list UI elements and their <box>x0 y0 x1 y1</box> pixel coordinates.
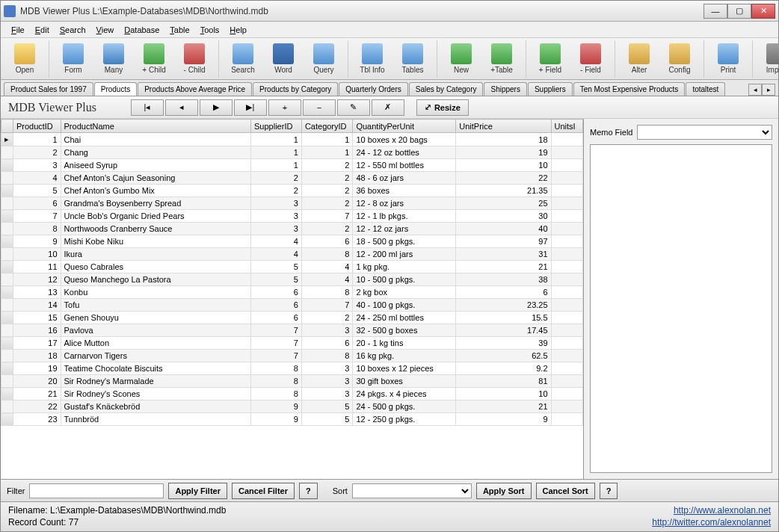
apply-filter-button[interactable]: Apply Filter <box>168 483 227 499</box>
menu-view[interactable]: View <box>92 24 119 36</box>
tool-new-button[interactable]: New <box>442 40 481 78</box>
tab-products-above-average-price[interactable]: Products Above Average Price <box>138 82 252 96</box>
search-icon <box>233 43 253 64</box>
col-supplierid[interactable]: SupplierID <box>251 120 302 133</box>
tool-many-button[interactable]: Many <box>94 40 133 78</box>
filter-help-button[interactable]: ? <box>299 483 318 499</box>
tool-mfield-button[interactable]: - Field <box>571 40 610 78</box>
table-row[interactable]: 19Teatime Chocolate Biscuits8310 boxes x… <box>1 362 583 375</box>
table-row[interactable]: 2Chang1124 - 12 oz bottles19 <box>1 146 583 159</box>
filter-input[interactable] <box>29 483 164 498</box>
nav-next-button[interactable]: ▶ <box>200 99 233 116</box>
table-row[interactable]: 18Carnarvon Tigers7816 kg pkg.62.5 <box>1 350 583 362</box>
menu-search[interactable]: Search <box>55 24 90 36</box>
tab-sales-by-category[interactable]: Sales by Category <box>409 82 484 96</box>
menubar: FileEditSearchViewDatabaseTableToolsHelp <box>1 22 778 38</box>
tab-scroll-right[interactable]: ▸ <box>762 84 775 96</box>
nav-cancel-button[interactable]: ✗ <box>372 99 404 116</box>
table-row[interactable]: 8Northwoods Cranberry Sauce3212 - 12 oz … <box>1 223 583 235</box>
nav-edit-button[interactable]: ✎ <box>337 99 370 116</box>
cancel-sort-button[interactable]: Cancel Sort <box>536 483 595 499</box>
table-row[interactable]: ▸1Chai1110 boxes x 20 bags18 <box>1 133 583 146</box>
tool-tblinfo-button[interactable]: Tbl Info <box>353 40 392 78</box>
memo-field-select[interactable] <box>637 125 772 140</box>
table-row[interactable]: 5Chef Anton's Gumbo Mix2236 boxes21.35 <box>1 185 583 197</box>
tool-tables-button[interactable]: Tables <box>393 40 432 78</box>
table-row[interactable]: 14Tofu6740 - 100 g pkgs.23.25 <box>1 299 583 312</box>
menu-tools[interactable]: Tools <box>196 24 224 36</box>
memo-textarea[interactable] <box>590 144 772 473</box>
tool-query-button[interactable]: Query <box>304 40 343 78</box>
cancel-filter-button[interactable]: Cancel Filter <box>232 483 295 499</box>
table-row[interactable]: 22Gustaf's Knäckebröd9524 - 500 g pkgs.2… <box>1 400 583 413</box>
table-row[interactable]: 23Tunnbröd9512 - 250 g pkgs.9 <box>1 413 583 426</box>
col-categoryid[interactable]: CategoryID <box>301 120 353 133</box>
col-productid[interactable]: ProductID <box>13 120 61 133</box>
website-link[interactable]: http://www.alexnolan.net <box>652 505 771 516</box>
tool-form-button[interactable]: Form <box>54 40 93 78</box>
tool-open-button[interactable]: Open <box>5 40 44 78</box>
nav-add-button[interactable]: + <box>268 99 301 116</box>
table-row[interactable]: 12Queso Manchego La Pastora5410 - 500 g … <box>1 273 583 286</box>
twitter-link[interactable]: http://twitter.com/alexnolannet <box>652 517 771 528</box>
tool-child-button[interactable]: + Child <box>135 40 173 78</box>
table-row[interactable]: 4Chef Anton's Cajun Seasoning2248 - 6 oz… <box>1 172 583 185</box>
tab-quarterly-orders[interactable]: Quarterly Orders <box>339 82 407 96</box>
tab-products[interactable]: Products <box>94 82 137 96</box>
tool-pfield-button[interactable]: + Field <box>531 40 570 78</box>
table-row[interactable]: 13Konbu682 kg box6 <box>1 286 583 299</box>
nav-delete-button[interactable]: − <box>303 99 336 116</box>
menu-file[interactable]: File <box>7 24 29 36</box>
table-row[interactable]: 7Uncle Bob's Organic Dried Pears3712 - 1… <box>1 210 583 223</box>
maximize-button[interactable]: ▢ <box>727 4 751 19</box>
col-productname[interactable]: ProductName <box>61 120 251 133</box>
child-icon <box>144 43 164 64</box>
menu-edit[interactable]: Edit <box>31 24 54 36</box>
nav-first-button[interactable]: |◂ <box>131 99 164 116</box>
tool-search-button[interactable]: Search <box>224 40 262 78</box>
col-unitsi[interactable]: UnitsI <box>551 120 582 133</box>
apply-sort-button[interactable]: Apply Sort <box>476 483 532 499</box>
tab-scroll-left[interactable]: ◂ <box>748 84 762 96</box>
tab-shippers[interactable]: Shippers <box>484 82 526 96</box>
table-row[interactable]: 11Queso Cabrales541 kg pkg.21 <box>1 261 583 273</box>
table-row[interactable]: 21Sir Rodney's Scones8324 pkgs. x 4 piec… <box>1 388 583 400</box>
table-row[interactable]: 15Genen Shouyu6224 - 250 ml bottles15.5 <box>1 312 583 324</box>
print-icon <box>718 43 739 64</box>
nav-prev-button[interactable]: ◂ <box>165 99 198 116</box>
sort-help-button[interactable]: ? <box>600 483 618 499</box>
col-quantityperunit[interactable]: QuantityPerUnit <box>353 120 456 133</box>
tab-products-by-category[interactable]: Products by Category <box>253 82 338 96</box>
nav-last-button[interactable]: ▶| <box>234 99 267 116</box>
table-row[interactable]: 17Alice Mutton7620 - 1 kg tins39 <box>1 337 583 350</box>
tool-alter-button[interactable]: Alter <box>620 40 659 78</box>
tool-label: Query <box>313 66 333 74</box>
sort-select[interactable] <box>352 483 472 498</box>
minimize-button[interactable]: — <box>703 4 727 19</box>
tab-product-sales-for-1997[interactable]: Product Sales for 1997 <box>4 82 93 96</box>
tab-suppliers[interactable]: Suppliers <box>528 82 573 96</box>
col-unitprice[interactable]: UnitPrice <box>456 120 551 133</box>
menu-table[interactable]: Table <box>165 24 194 36</box>
tool-ptable-button[interactable]: +Table <box>482 40 521 78</box>
menu-help[interactable]: Help <box>225 24 251 36</box>
data-grid[interactable]: ProductIDProductNameSupplierIDCategoryID… <box>1 119 584 479</box>
tool-childm-button[interactable]: - Child <box>175 40 214 78</box>
tool-config-button[interactable]: Config <box>660 40 699 78</box>
table-row[interactable]: 6Grandma's Boysenberry Spread3212 - 8 oz… <box>1 197 583 210</box>
tool-print-button[interactable]: Print <box>709 40 748 78</box>
table-row[interactable]: 3Aniseed Syrup1212 - 550 ml bottles10 <box>1 159 583 172</box>
menu-database[interactable]: Database <box>120 24 164 36</box>
table-row[interactable]: 9Mishi Kobe Niku4618 - 500 g pkgs.97 <box>1 235 583 248</box>
resize-button[interactable]: ⤢ Resize <box>416 99 469 116</box>
table-row[interactable]: 10Ikura4812 - 200 ml jars31 <box>1 248 583 261</box>
close-button[interactable]: ✕ <box>751 4 775 19</box>
table-row[interactable]: 16Pavlova7332 - 500 g boxes17.45 <box>1 324 583 337</box>
tool-word-button[interactable]: Word <box>264 40 303 78</box>
tool-import-button[interactable]: Import <box>757 40 779 78</box>
tool-label: +Table <box>490 66 513 74</box>
tab-totaltest[interactable]: totaltest <box>686 82 725 96</box>
table-row[interactable]: 20Sir Rodney's Marmalade8330 gift boxes8… <box>1 375 583 388</box>
tab-ten-most-expensive-products[interactable]: Ten Most Expensive Products <box>573 82 686 96</box>
filter-label: Filter <box>7 486 25 495</box>
